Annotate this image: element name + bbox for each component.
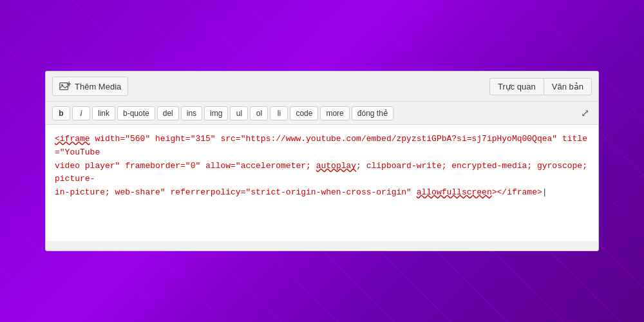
format-btn-ul[interactable]: ul bbox=[230, 106, 248, 120]
format-btn-ol[interactable]: ol bbox=[250, 106, 268, 120]
format-btn-b[interactable]: b bbox=[52, 106, 70, 120]
format-btn-img[interactable]: img bbox=[204, 106, 228, 120]
code-content: <iframe width="560" height="315" src="ht… bbox=[55, 134, 592, 197]
text-cursor bbox=[542, 187, 547, 197]
code-editor-area[interactable]: <iframe width="560" height="315" src="ht… bbox=[46, 125, 598, 241]
format-btn-code[interactable]: code bbox=[290, 106, 318, 120]
tab-text[interactable]: Văn bản bbox=[544, 78, 592, 95]
format-btn-dongthe[interactable]: đóng thẻ bbox=[352, 106, 393, 120]
format-btn-ins[interactable]: ins bbox=[181, 106, 202, 120]
format-buttons: b i link b-quote del ins img ul ol li co… bbox=[52, 106, 393, 120]
tab-visual[interactable]: Trực quan bbox=[489, 78, 544, 95]
format-btn-link[interactable]: link bbox=[92, 106, 115, 120]
format-btn-li[interactable]: li bbox=[270, 106, 288, 120]
format-btn-more[interactable]: more bbox=[320, 106, 349, 120]
add-media-icon bbox=[59, 80, 71, 92]
toolbar-top: Thêm Media Trực quan Văn bản bbox=[46, 71, 598, 102]
fullscreen-icon: ⤢ bbox=[581, 108, 589, 118]
format-btn-i[interactable]: i bbox=[72, 106, 90, 120]
toolbar-format: b i link b-quote del ins img ul ol li co… bbox=[46, 102, 598, 125]
add-media-button[interactable]: Thêm Media bbox=[52, 77, 128, 96]
editor-panel: Thêm Media Trực quan Văn bản b i link b-… bbox=[45, 71, 599, 251]
add-media-label: Thêm Media bbox=[75, 82, 121, 91]
format-btn-bquote[interactable]: b-quote bbox=[117, 106, 155, 120]
view-tabs: Trực quan Văn bản bbox=[489, 78, 592, 95]
fullscreen-button[interactable]: ⤢ bbox=[578, 106, 592, 120]
format-btn-del[interactable]: del bbox=[157, 106, 179, 120]
